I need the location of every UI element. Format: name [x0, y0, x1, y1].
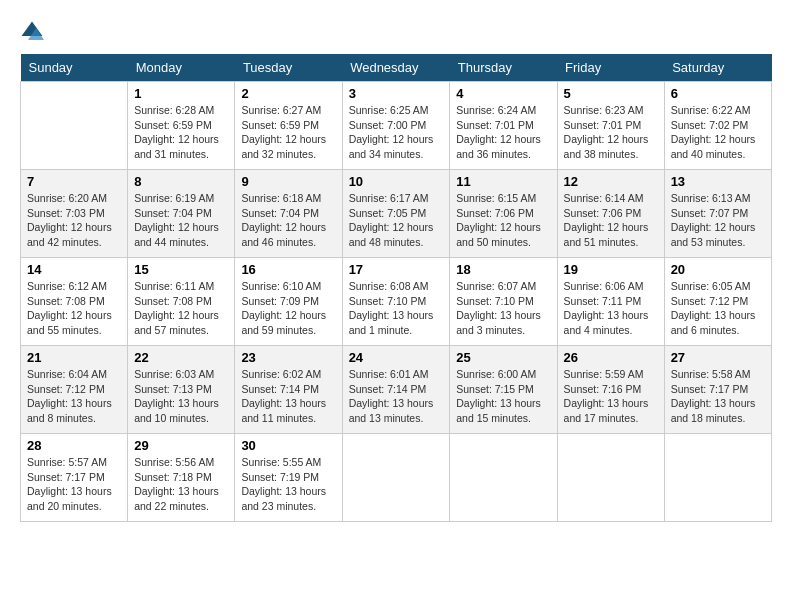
page-header — [20, 20, 772, 44]
header-tuesday: Tuesday — [235, 54, 342, 82]
day-number: 10 — [349, 174, 444, 189]
header-saturday: Saturday — [664, 54, 771, 82]
header-wednesday: Wednesday — [342, 54, 450, 82]
calendar-cell: 27Sunrise: 5:58 AMSunset: 7:17 PMDayligh… — [664, 346, 771, 434]
day-info: Sunrise: 6:05 AMSunset: 7:12 PMDaylight:… — [671, 279, 765, 338]
calendar-week-row: 1Sunrise: 6:28 AMSunset: 6:59 PMDaylight… — [21, 82, 772, 170]
day-info: Sunrise: 5:56 AMSunset: 7:18 PMDaylight:… — [134, 455, 228, 514]
header-thursday: Thursday — [450, 54, 557, 82]
day-info: Sunrise: 6:25 AMSunset: 7:00 PMDaylight:… — [349, 103, 444, 162]
calendar-cell: 30Sunrise: 5:55 AMSunset: 7:19 PMDayligh… — [235, 434, 342, 522]
day-number: 7 — [27, 174, 121, 189]
calendar-cell — [557, 434, 664, 522]
day-number: 6 — [671, 86, 765, 101]
calendar-cell: 26Sunrise: 5:59 AMSunset: 7:16 PMDayligh… — [557, 346, 664, 434]
calendar-cell: 10Sunrise: 6:17 AMSunset: 7:05 PMDayligh… — [342, 170, 450, 258]
day-number: 11 — [456, 174, 550, 189]
day-number: 28 — [27, 438, 121, 453]
day-number: 5 — [564, 86, 658, 101]
day-info: Sunrise: 6:28 AMSunset: 6:59 PMDaylight:… — [134, 103, 228, 162]
day-info: Sunrise: 6:22 AMSunset: 7:02 PMDaylight:… — [671, 103, 765, 162]
day-info: Sunrise: 6:11 AMSunset: 7:08 PMDaylight:… — [134, 279, 228, 338]
calendar-cell: 1Sunrise: 6:28 AMSunset: 6:59 PMDaylight… — [128, 82, 235, 170]
calendar-cell: 4Sunrise: 6:24 AMSunset: 7:01 PMDaylight… — [450, 82, 557, 170]
day-number: 13 — [671, 174, 765, 189]
day-info: Sunrise: 6:20 AMSunset: 7:03 PMDaylight:… — [27, 191, 121, 250]
day-number: 30 — [241, 438, 335, 453]
day-info: Sunrise: 6:03 AMSunset: 7:13 PMDaylight:… — [134, 367, 228, 426]
day-info: Sunrise: 6:13 AMSunset: 7:07 PMDaylight:… — [671, 191, 765, 250]
day-number: 21 — [27, 350, 121, 365]
day-number: 14 — [27, 262, 121, 277]
day-number: 24 — [349, 350, 444, 365]
day-info: Sunrise: 6:23 AMSunset: 7:01 PMDaylight:… — [564, 103, 658, 162]
header-sunday: Sunday — [21, 54, 128, 82]
calendar-cell: 22Sunrise: 6:03 AMSunset: 7:13 PMDayligh… — [128, 346, 235, 434]
day-info: Sunrise: 5:58 AMSunset: 7:17 PMDaylight:… — [671, 367, 765, 426]
calendar-cell: 29Sunrise: 5:56 AMSunset: 7:18 PMDayligh… — [128, 434, 235, 522]
day-number: 23 — [241, 350, 335, 365]
logo — [20, 20, 52, 44]
calendar-cell: 3Sunrise: 6:25 AMSunset: 7:00 PMDaylight… — [342, 82, 450, 170]
calendar-week-row: 7Sunrise: 6:20 AMSunset: 7:03 PMDaylight… — [21, 170, 772, 258]
calendar-cell: 23Sunrise: 6:02 AMSunset: 7:14 PMDayligh… — [235, 346, 342, 434]
calendar-cell: 11Sunrise: 6:15 AMSunset: 7:06 PMDayligh… — [450, 170, 557, 258]
day-number: 8 — [134, 174, 228, 189]
day-number: 25 — [456, 350, 550, 365]
calendar-cell: 16Sunrise: 6:10 AMSunset: 7:09 PMDayligh… — [235, 258, 342, 346]
calendar-table: SundayMondayTuesdayWednesdayThursdayFrid… — [20, 54, 772, 522]
day-number: 22 — [134, 350, 228, 365]
header-friday: Friday — [557, 54, 664, 82]
calendar-header-row: SundayMondayTuesdayWednesdayThursdayFrid… — [21, 54, 772, 82]
calendar-cell: 18Sunrise: 6:07 AMSunset: 7:10 PMDayligh… — [450, 258, 557, 346]
day-info: Sunrise: 5:55 AMSunset: 7:19 PMDaylight:… — [241, 455, 335, 514]
calendar-cell: 6Sunrise: 6:22 AMSunset: 7:02 PMDaylight… — [664, 82, 771, 170]
day-info: Sunrise: 6:17 AMSunset: 7:05 PMDaylight:… — [349, 191, 444, 250]
day-number: 18 — [456, 262, 550, 277]
day-number: 20 — [671, 262, 765, 277]
calendar-cell: 5Sunrise: 6:23 AMSunset: 7:01 PMDaylight… — [557, 82, 664, 170]
day-number: 17 — [349, 262, 444, 277]
day-info: Sunrise: 6:02 AMSunset: 7:14 PMDaylight:… — [241, 367, 335, 426]
calendar-cell: 14Sunrise: 6:12 AMSunset: 7:08 PMDayligh… — [21, 258, 128, 346]
day-number: 27 — [671, 350, 765, 365]
calendar-cell: 13Sunrise: 6:13 AMSunset: 7:07 PMDayligh… — [664, 170, 771, 258]
calendar-week-row: 14Sunrise: 6:12 AMSunset: 7:08 PMDayligh… — [21, 258, 772, 346]
day-info: Sunrise: 5:57 AMSunset: 7:17 PMDaylight:… — [27, 455, 121, 514]
day-info: Sunrise: 6:14 AMSunset: 7:06 PMDaylight:… — [564, 191, 658, 250]
calendar-cell: 7Sunrise: 6:20 AMSunset: 7:03 PMDaylight… — [21, 170, 128, 258]
day-number: 12 — [564, 174, 658, 189]
day-number: 16 — [241, 262, 335, 277]
day-info: Sunrise: 6:06 AMSunset: 7:11 PMDaylight:… — [564, 279, 658, 338]
calendar-cell: 28Sunrise: 5:57 AMSunset: 7:17 PMDayligh… — [21, 434, 128, 522]
day-info: Sunrise: 5:59 AMSunset: 7:16 PMDaylight:… — [564, 367, 658, 426]
calendar-week-row: 21Sunrise: 6:04 AMSunset: 7:12 PMDayligh… — [21, 346, 772, 434]
day-info: Sunrise: 6:19 AMSunset: 7:04 PMDaylight:… — [134, 191, 228, 250]
calendar-cell: 2Sunrise: 6:27 AMSunset: 6:59 PMDaylight… — [235, 82, 342, 170]
calendar-cell: 21Sunrise: 6:04 AMSunset: 7:12 PMDayligh… — [21, 346, 128, 434]
calendar-cell: 15Sunrise: 6:11 AMSunset: 7:08 PMDayligh… — [128, 258, 235, 346]
day-number: 9 — [241, 174, 335, 189]
calendar-cell: 9Sunrise: 6:18 AMSunset: 7:04 PMDaylight… — [235, 170, 342, 258]
day-info: Sunrise: 6:04 AMSunset: 7:12 PMDaylight:… — [27, 367, 121, 426]
calendar-cell: 24Sunrise: 6:01 AMSunset: 7:14 PMDayligh… — [342, 346, 450, 434]
calendar-cell: 19Sunrise: 6:06 AMSunset: 7:11 PMDayligh… — [557, 258, 664, 346]
calendar-cell — [342, 434, 450, 522]
calendar-cell: 8Sunrise: 6:19 AMSunset: 7:04 PMDaylight… — [128, 170, 235, 258]
calendar-cell: 17Sunrise: 6:08 AMSunset: 7:10 PMDayligh… — [342, 258, 450, 346]
calendar-cell: 12Sunrise: 6:14 AMSunset: 7:06 PMDayligh… — [557, 170, 664, 258]
header-monday: Monday — [128, 54, 235, 82]
day-info: Sunrise: 6:10 AMSunset: 7:09 PMDaylight:… — [241, 279, 335, 338]
day-info: Sunrise: 6:12 AMSunset: 7:08 PMDaylight:… — [27, 279, 121, 338]
day-number: 3 — [349, 86, 444, 101]
calendar-week-row: 28Sunrise: 5:57 AMSunset: 7:17 PMDayligh… — [21, 434, 772, 522]
day-info: Sunrise: 6:01 AMSunset: 7:14 PMDaylight:… — [349, 367, 444, 426]
day-number: 1 — [134, 86, 228, 101]
day-number: 15 — [134, 262, 228, 277]
calendar-cell: 25Sunrise: 6:00 AMSunset: 7:15 PMDayligh… — [450, 346, 557, 434]
day-number: 2 — [241, 86, 335, 101]
day-info: Sunrise: 6:24 AMSunset: 7:01 PMDaylight:… — [456, 103, 550, 162]
day-info: Sunrise: 6:15 AMSunset: 7:06 PMDaylight:… — [456, 191, 550, 250]
day-info: Sunrise: 6:07 AMSunset: 7:10 PMDaylight:… — [456, 279, 550, 338]
day-number: 26 — [564, 350, 658, 365]
